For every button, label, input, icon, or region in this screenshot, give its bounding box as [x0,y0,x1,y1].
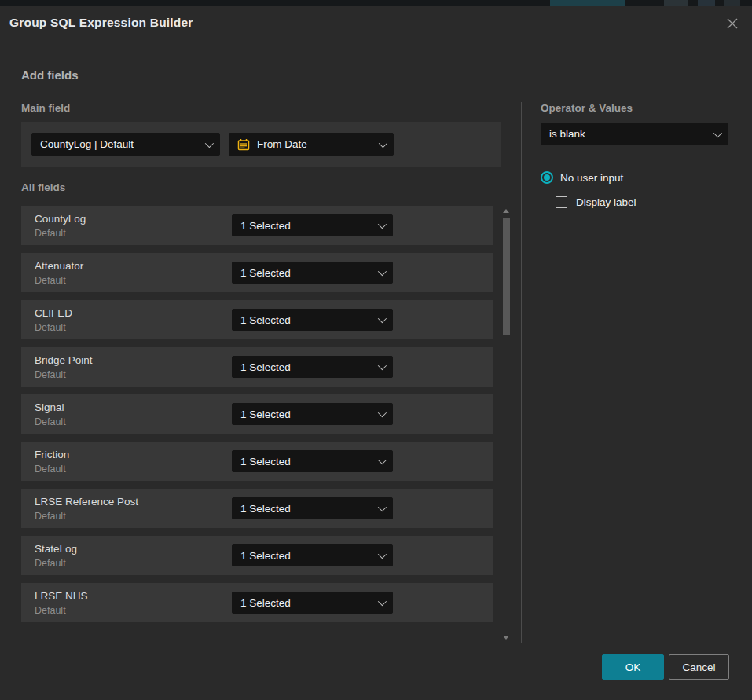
field-selection-value: 1 Selected [240,361,372,373]
background-fragment [664,0,688,6]
field-selection-value: 1 Selected [240,409,372,420]
field-name: Bridge Point [35,354,93,366]
field-row: LRSE Reference Post Default 1 Selected [21,489,493,528]
field-selection-select[interactable]: 1 Selected [232,497,393,519]
calendar-icon [237,138,250,151]
add-fields-heading: Add fields [21,68,79,82]
scrollbar-thumb[interactable] [503,218,510,335]
field-subtitle: Default [35,605,66,616]
chevron-down-icon [378,503,387,511]
chevron-down-icon [378,550,387,559]
field-selection-value: 1 Selected [240,267,372,279]
chevron-down-icon [379,138,387,147]
field-name: Signal [35,401,64,413]
field-selection-value: 1 Selected [240,597,372,609]
chevron-down-icon [378,220,387,229]
no-user-input-radio[interactable]: No user input [541,171,623,184]
chevron-down-icon [378,267,387,276]
chevron-down-icon [378,314,387,323]
field-selection-select[interactable]: 1 Selected [232,592,393,614]
dialog-title: Group SQL Expression Builder [9,16,193,30]
group-sql-expression-builder-dialog: Group SQL Expression Builder Add fields … [0,6,752,700]
field-row: LRSE NHS Default 1 Selected [21,583,493,622]
all-fields-list: CountyLog Default 1 Selected Attenuator … [21,206,493,630]
field-subtitle: Default [35,511,66,522]
field-subtitle: Default [35,369,66,380]
scroll-up-icon[interactable] [503,209,509,213]
field-row: Friction Default 1 Selected [21,442,493,481]
field-selection-value: 1 Selected [240,314,372,326]
field-name: LRSE NHS [35,590,88,602]
chevron-down-icon [378,456,387,464]
chevron-down-icon [378,597,387,606]
display-label-label: Display label [576,196,636,208]
operator-select[interactable]: is blank [541,123,728,145]
field-selection-select[interactable]: 1 Selected [232,544,393,566]
chevron-down-icon [205,138,214,147]
field-row: Attenuator Default 1 Selected [21,253,493,292]
field-row: CLIFED Default 1 Selected [21,300,493,339]
field-selection-select[interactable]: 1 Selected [232,403,393,425]
cancel-button[interactable]: Cancel [669,654,729,680]
close-icon[interactable] [724,15,741,32]
chevron-down-icon [713,128,722,137]
background-fragment [698,0,715,6]
field-selection-select[interactable]: 1 Selected [232,214,393,236]
all-fields-label: All fields [21,181,65,193]
field-subtitle: Default [35,416,66,427]
main-field-label: Main field [21,102,70,114]
chevron-down-icon [378,409,387,417]
field-row: Bridge Point Default 1 Selected [21,347,493,387]
main-field-panel: CountyLog | Default From Date [21,122,501,167]
dialog-titlebar: Group SQL Expression Builder [0,6,752,42]
field-name: CLIFED [35,307,72,319]
field-subtitle: Default [35,275,66,286]
field-selection-value: 1 Selected [240,456,372,467]
main-field-field-select[interactable]: From Date [229,133,394,156]
vertical-divider [521,102,522,643]
operator-select-value: is blank [549,128,707,140]
ok-button[interactable]: OK [602,654,664,680]
field-name: StateLog [35,543,77,555]
field-subtitle: Default [35,464,66,475]
field-selection-select[interactable]: 1 Selected [232,262,393,284]
chevron-down-icon [378,361,387,370]
field-subtitle: Default [35,322,66,333]
background-app-strip [0,0,752,6]
main-field-source-select[interactable]: CountyLog | Default [31,133,220,156]
background-fragment [550,0,625,6]
checkbox-unchecked-icon [556,196,567,208]
scroll-down-icon[interactable] [503,636,509,640]
operator-values-label: Operator & Values [541,102,633,114]
field-selection-select[interactable]: 1 Selected [232,356,393,378]
field-selection-value: 1 Selected [240,503,372,515]
field-row: Signal Default 1 Selected [21,394,493,434]
field-subtitle: Default [35,228,66,239]
field-selection-value: 1 Selected [240,220,372,232]
field-row: StateLog Default 1 Selected [21,536,493,575]
radio-selected-icon [541,171,553,184]
field-row: CountyLog Default 1 Selected [21,206,493,245]
main-field-field-value: From Date [257,138,372,150]
field-selection-select[interactable]: 1 Selected [232,450,393,472]
main-field-source-value: CountyLog | Default [40,138,199,150]
field-name: Friction [35,449,69,460]
field-subtitle: Default [35,558,66,569]
field-selection-value: 1 Selected [240,550,372,562]
field-name: Attenuator [35,260,83,272]
field-name: CountyLog [35,213,86,225]
background-fragment [724,0,740,6]
no-user-input-label: No user input [560,172,623,184]
field-name: LRSE Reference Post [35,496,138,508]
fields-list-scrollbar[interactable] [501,204,512,641]
display-label-checkbox[interactable]: Display label [556,196,636,208]
field-selection-select[interactable]: 1 Selected [232,309,393,331]
